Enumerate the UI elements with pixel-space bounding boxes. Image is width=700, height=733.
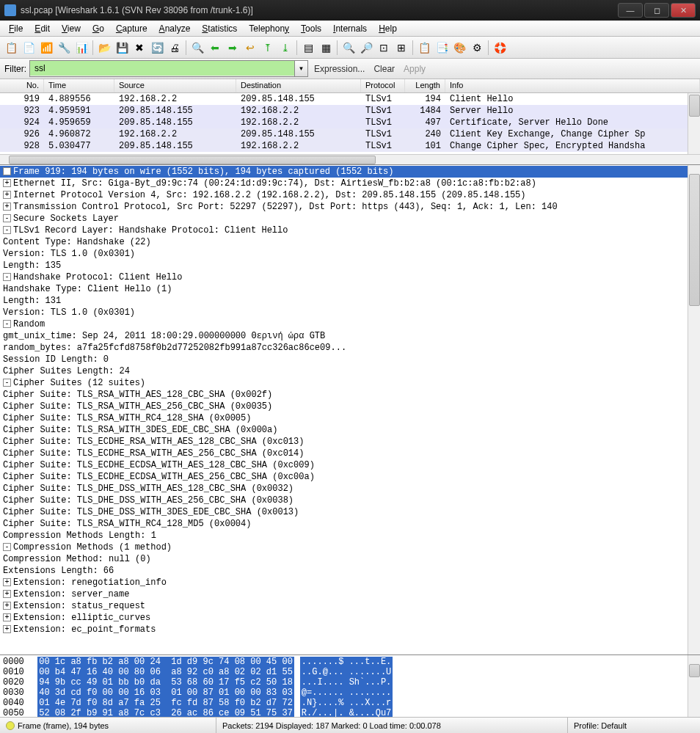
extension-item[interactable]: Extension: status_request bbox=[0, 600, 700, 612]
tb-close-icon[interactable]: ✖ bbox=[131, 40, 147, 56]
hex-vscroll[interactable] bbox=[688, 655, 700, 717]
tb-last-icon[interactable]: ⤓ bbox=[277, 40, 294, 56]
collapse-icon[interactable] bbox=[3, 214, 11, 222]
cipher-suite-item[interactable]: Cipher Suite: TLS_DHE_DSS_WITH_AES_256_C… bbox=[0, 495, 700, 506]
packet-row[interactable]: 9234.959591209.85.148.155192.168.2.2TLSv… bbox=[0, 105, 700, 117]
ip-summary[interactable]: Internet Protocol Version 4, Src: 192.16… bbox=[0, 189, 700, 201]
extension-item[interactable]: Extension: renegotiation_info bbox=[0, 577, 700, 588]
details-vscroll[interactable] bbox=[688, 165, 700, 654]
tb-help-icon[interactable]: 🛟 bbox=[492, 40, 508, 56]
menu-analyze[interactable]: Analyze bbox=[153, 22, 197, 35]
packet-row[interactable]: 9194.889556192.168.2.2209.85.148.155TLSv… bbox=[0, 93, 700, 105]
hex-line[interactable]: 0030 40 3d cd f0 00 00 16 03 01 00 87 01… bbox=[3, 688, 697, 698]
tb-autoscroll-icon[interactable]: ▦ bbox=[318, 40, 334, 56]
minimize-button[interactable]: — bbox=[618, 3, 643, 18]
hex-line[interactable]: 0010 00 b4 47 16 40 00 80 06 a8 92 c0 a8… bbox=[3, 667, 697, 677]
tb-save-icon[interactable]: 💾 bbox=[114, 40, 130, 56]
expand-icon[interactable] bbox=[3, 578, 11, 586]
expand-icon[interactable] bbox=[3, 625, 11, 633]
menu-go[interactable]: Go bbox=[87, 22, 110, 35]
tb-back-icon[interactable]: ⬅ bbox=[207, 40, 223, 56]
expand-icon[interactable] bbox=[3, 191, 11, 199]
tb-resize-icon[interactable]: ⊞ bbox=[393, 40, 409, 56]
tb-options-icon[interactable]: 📄 bbox=[21, 40, 37, 56]
frame-summary[interactable]: Frame 919: 194 bytes on wire (1552 bits)… bbox=[0, 166, 700, 178]
filter-input[interactable] bbox=[30, 61, 294, 76]
cipher-suite-item[interactable]: Cipher Suite: TLS_RSA_WITH_3DES_EDE_CBC_… bbox=[0, 424, 700, 436]
col-info[interactable]: Info bbox=[445, 79, 700, 92]
filter-expression-button[interactable]: Expression... bbox=[311, 64, 368, 74]
tb-restart-icon[interactable]: 📊 bbox=[73, 40, 90, 56]
packet-row[interactable]: 9264.960872192.168.2.2209.85.148.155TLSv… bbox=[0, 128, 700, 140]
tb-colorize-icon[interactable]: ▤ bbox=[300, 40, 316, 56]
tb-first-icon[interactable]: ⤒ bbox=[260, 40, 276, 56]
menu-view[interactable]: View bbox=[56, 22, 87, 35]
compression-methods-header[interactable]: Compression Methods (1 method) bbox=[0, 541, 700, 553]
cipher-suites-header[interactable]: Cipher Suites (12 suites) bbox=[0, 377, 700, 389]
random-bytes[interactable]: random_bytes: a7fa25fcfd8758f0b2d7725208… bbox=[0, 342, 700, 354]
record-length[interactable]: Length: 135 bbox=[0, 260, 700, 271]
menu-capture[interactable]: Capture bbox=[110, 22, 153, 35]
tb-find-icon[interactable]: 🔍 bbox=[189, 40, 205, 56]
tb-capture-filter-icon[interactable]: 📋 bbox=[416, 40, 432, 56]
menu-statistics[interactable]: Statistics bbox=[196, 22, 243, 35]
tb-stop-icon[interactable]: 🔧 bbox=[56, 40, 72, 56]
cipher-suite-item[interactable]: Cipher Suite: TLS_DHE_DSS_WITH_AES_128_C… bbox=[0, 483, 700, 495]
handshake-protocol[interactable]: Handshake Protocol: Client Hello bbox=[0, 271, 700, 283]
tb-prefs-icon[interactable]: ⚙ bbox=[469, 40, 485, 56]
cipher-suite-item[interactable]: Cipher Suite: TLS_ECDHE_RSA_WITH_AES_256… bbox=[0, 448, 700, 459]
col-source[interactable]: Source bbox=[114, 79, 236, 92]
handshake-type[interactable]: Handshake Type: Client Hello (1) bbox=[0, 283, 700, 295]
col-no[interactable]: No. bbox=[0, 79, 44, 92]
col-destination[interactable]: Destination bbox=[236, 79, 361, 92]
packet-row[interactable]: 9244.959659209.85.148.155192.168.2.2TLSv… bbox=[0, 117, 700, 128]
handshake-length[interactable]: Length: 131 bbox=[0, 295, 700, 307]
hex-line[interactable]: 0040 01 4e 7d f0 8d a7 fa 25 fc fd 87 58… bbox=[3, 698, 697, 708]
close-button[interactable]: ✕ bbox=[671, 3, 696, 18]
menu-help[interactable]: Help bbox=[373, 22, 403, 35]
tb-open-icon[interactable]: 📂 bbox=[96, 40, 112, 56]
maximize-button[interactable]: ◻ bbox=[644, 3, 669, 18]
cipher-suite-item[interactable]: Cipher Suite: TLS_DHE_DSS_WITH_3DES_EDE_… bbox=[0, 506, 700, 518]
collapse-icon[interactable] bbox=[3, 226, 11, 234]
handshake-version[interactable]: Version: TLS 1.0 (0x0301) bbox=[0, 307, 700, 318]
filter-clear-button[interactable]: Clear bbox=[371, 64, 398, 74]
extension-item[interactable]: Extension: ec_point_formats bbox=[0, 624, 700, 635]
tb-zoom-reset-icon[interactable]: ⊡ bbox=[376, 40, 392, 56]
cipher-suites-length[interactable]: Cipher Suites Length: 24 bbox=[0, 365, 700, 377]
filter-apply-button[interactable]: Apply bbox=[401, 64, 429, 74]
status-field[interactable]: Frame (frame), 194 bytes bbox=[0, 718, 216, 733]
col-time[interactable]: Time bbox=[44, 79, 114, 92]
cipher-suite-item[interactable]: Cipher Suite: TLS_RSA_WITH_RC4_128_MD5 (… bbox=[0, 518, 700, 530]
status-profile[interactable]: Profile: Default bbox=[568, 718, 700, 733]
tb-forward-icon[interactable]: ➡ bbox=[225, 40, 241, 56]
tb-coloring-rules-icon[interactable]: 🎨 bbox=[451, 40, 467, 56]
tb-goto-icon[interactable]: ↩ bbox=[242, 40, 258, 56]
extension-item[interactable]: Extension: server_name bbox=[0, 588, 700, 600]
expand-icon[interactable] bbox=[3, 602, 11, 610]
tb-print-icon[interactable]: 🖨 bbox=[167, 40, 183, 56]
expert-info-icon[interactable] bbox=[6, 721, 15, 730]
tb-start-icon[interactable]: 📶 bbox=[38, 40, 54, 56]
menu-tools[interactable]: Tools bbox=[295, 22, 327, 35]
cipher-suite-item[interactable]: Cipher Suite: TLS_ECDHE_ECDSA_WITH_AES_2… bbox=[0, 471, 700, 483]
cipher-suite-item[interactable]: Cipher Suite: TLS_RSA_WITH_AES_128_CBC_S… bbox=[0, 389, 700, 401]
extension-item[interactable]: Extension: elliptic_curves bbox=[0, 612, 700, 624]
expand-icon[interactable] bbox=[3, 179, 11, 187]
collapse-icon[interactable] bbox=[3, 273, 11, 281]
packet-row[interactable]: 9285.030477209.85.148.155192.168.2.2TLSv… bbox=[0, 140, 700, 152]
packet-list-vscroll[interactable] bbox=[688, 93, 700, 154]
hex-line[interactable]: 0020 94 9b cc 49 01 bb b0 da 53 68 60 17… bbox=[3, 677, 697, 688]
hex-line[interactable]: 0000 00 1c a8 fb b2 a8 00 24 1d d9 9c 74… bbox=[3, 657, 697, 667]
ssl-summary[interactable]: Secure Sockets Layer bbox=[0, 213, 700, 225]
tb-zoom-in-icon[interactable]: 🔍 bbox=[340, 40, 357, 56]
tb-display-filter-icon[interactable]: 📑 bbox=[434, 40, 450, 56]
menu-edit[interactable]: Edit bbox=[29, 22, 56, 35]
tb-zoom-out-icon[interactable]: 🔎 bbox=[358, 40, 374, 56]
cipher-suite-item[interactable]: Cipher Suite: TLS_ECDHE_ECDSA_WITH_AES_1… bbox=[0, 459, 700, 471]
compression-length[interactable]: Compression Methods Length: 1 bbox=[0, 530, 700, 541]
hex-line[interactable]: 0050 52 08 2f b9 91 a8 7c c3 26 ac 86 ce… bbox=[3, 708, 697, 717]
tls-record[interactable]: TLSv1 Record Layer: Handshake Protocol: … bbox=[0, 225, 700, 236]
menu-internals[interactable]: Internals bbox=[327, 22, 373, 35]
tb-reload-icon[interactable]: 🔄 bbox=[149, 40, 165, 56]
